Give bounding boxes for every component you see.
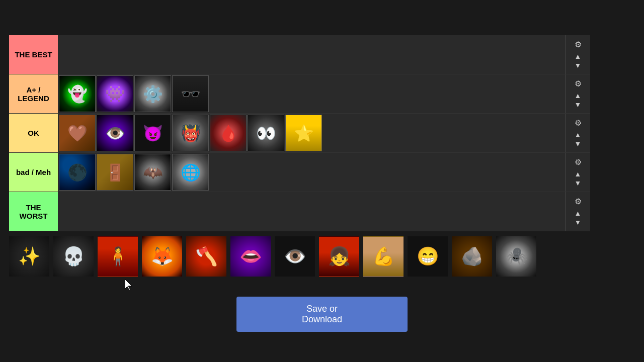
tray-item-7[interactable]: 👧 [319, 236, 359, 277]
tier-item-ok-2[interactable]: 😈 [134, 115, 171, 151]
tier-item-bad-2[interactable]: 🦇 [134, 154, 171, 191]
tier-controls-best: ⚙▲▼ [565, 35, 590, 74]
tier-content-ok[interactable]: 🤎👁️😈👹🩸👀⭐ [58, 114, 565, 152]
gear-button-bad[interactable]: ⚙ [574, 157, 583, 167]
down-button-worst[interactable]: ▼ [574, 218, 583, 227]
tier-item-ok-6[interactable]: ⭐ [285, 115, 322, 151]
tier-row-worst: THE WORST⚙▲▼ [9, 192, 590, 231]
tray-item-4[interactable]: 🪓 [186, 236, 226, 277]
up-button-worst[interactable]: ▲ [574, 209, 583, 218]
gear-button-best[interactable]: ⚙ [574, 40, 583, 50]
down-button-best[interactable]: ▼ [574, 61, 583, 70]
down-button-bad[interactable]: ▼ [574, 178, 583, 188]
tray-item-9[interactable]: 😁 [408, 236, 448, 277]
tier-item-ok-4[interactable]: 🩸 [210, 115, 247, 151]
tier-row-bad: bad / Meh🌑🚪🦇🌐⚙▲▼ [9, 153, 590, 192]
tier-item-bad-1[interactable]: 🚪 [97, 154, 133, 191]
tier-item-bad-3[interactable]: 🌐 [172, 154, 209, 191]
tier-row-best: THE BEST⚙▲▼ [9, 35, 590, 74]
tray-item-10[interactable]: 🪨 [452, 236, 492, 277]
up-button-aplus[interactable]: ▲ [574, 91, 583, 100]
tier-list: THE BEST⚙▲▼A+ / LEGEND👻👾⚙️🕶️⚙▲▼OK🤎👁️😈👹🩸👀… [9, 35, 590, 231]
tray-item-1[interactable]: 💀 [53, 236, 94, 277]
gear-button-ok[interactable]: ⚙ [574, 118, 583, 128]
tray-item-3[interactable]: 🦊 [142, 236, 182, 277]
items-tray: ✨💀🧍🦊🪓👄👁️👧💪😁🪨🕷️ [9, 231, 590, 282]
tier-item-ok-0[interactable]: 🤎 [59, 115, 96, 151]
tray-item-11[interactable]: 🕷️ [496, 236, 536, 277]
tier-label-aplus: A+ / LEGEND [9, 74, 58, 113]
tier-item-ok-1[interactable]: 👁️ [97, 115, 133, 151]
tier-content-best[interactable] [58, 35, 565, 74]
up-button-best[interactable]: ▲ [574, 52, 583, 61]
tier-controls-ok: ⚙▲▼ [565, 114, 590, 152]
tier-item-ok-5[interactable]: 👀 [248, 115, 284, 151]
tier-row-aplus: A+ / LEGEND👻👾⚙️🕶️⚙▲▼ [9, 74, 590, 114]
tier-item-aplus-1[interactable]: 👾 [97, 75, 133, 112]
down-button-ok[interactable]: ▼ [574, 139, 583, 148]
tier-item-aplus-3[interactable]: 🕶️ [172, 75, 209, 112]
tier-label-worst: THE WORST [9, 192, 58, 231]
tray-item-6[interactable]: 👁️ [275, 236, 315, 277]
tier-item-aplus-0[interactable]: 👻 [59, 75, 96, 112]
tier-label-ok: OK [9, 114, 58, 152]
tier-content-worst[interactable] [58, 192, 565, 231]
tray-item-0[interactable]: ✨ [9, 236, 49, 277]
tier-content-aplus[interactable]: 👻👾⚙️🕶️ [58, 74, 565, 113]
down-button-aplus[interactable]: ▼ [574, 100, 583, 109]
tier-controls-aplus: ⚙▲▼ [565, 74, 590, 113]
tier-label-bad: bad / Meh [9, 153, 58, 192]
tray-item-5[interactable]: 👄 [230, 236, 271, 277]
save-download-button[interactable]: Save or Download [236, 297, 408, 332]
gear-button-aplus[interactable]: ⚙ [574, 79, 583, 89]
tier-label-best: THE BEST [9, 35, 58, 74]
up-button-bad[interactable]: ▲ [574, 169, 583, 178]
tier-item-aplus-2[interactable]: ⚙️ [134, 75, 171, 112]
tier-content-bad[interactable]: 🌑🚪🦇🌐 [58, 153, 565, 192]
tier-item-bad-0[interactable]: 🌑 [59, 154, 96, 191]
tray-item-8[interactable]: 💪 [363, 236, 404, 277]
tray-item-2[interactable]: 🧍 [98, 236, 138, 277]
tier-item-ok-3[interactable]: 👹 [172, 115, 209, 151]
tier-controls-worst: ⚙▲▼ [565, 192, 590, 231]
gear-button-worst[interactable]: ⚙ [574, 197, 583, 207]
tier-row-ok: OK🤎👁️😈👹🩸👀⭐⚙▲▼ [9, 114, 590, 153]
tier-controls-bad: ⚙▲▼ [565, 153, 590, 192]
up-button-ok[interactable]: ▲ [574, 130, 583, 139]
